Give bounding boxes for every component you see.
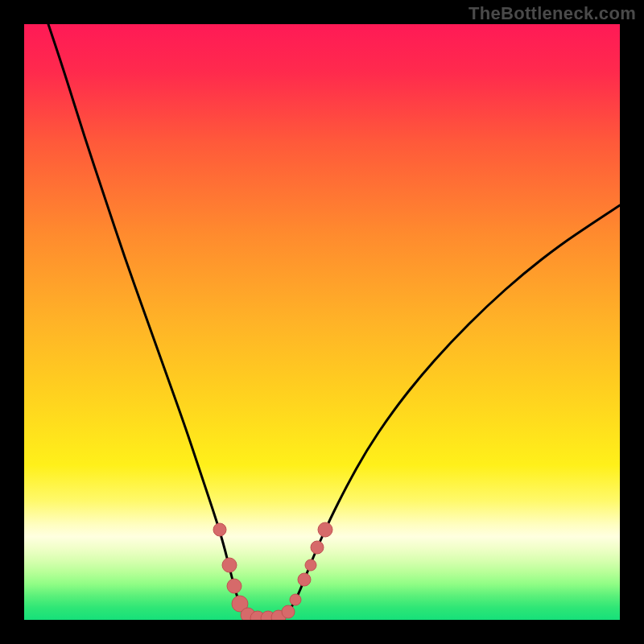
marker-dot — [290, 594, 301, 605]
marker-dot — [298, 573, 311, 586]
marker-dot — [311, 541, 324, 554]
watermark-text: TheBottleneck.com — [469, 3, 636, 24]
chart-frame: TheBottleneck.com — [0, 0, 644, 644]
curve-layer — [24, 24, 620, 620]
right-curve — [282, 205, 620, 620]
plot-area — [24, 24, 620, 620]
marker-dot — [222, 558, 237, 572]
marker-dot — [282, 605, 295, 618]
marker-dot — [213, 523, 226, 536]
marker-dot — [227, 579, 242, 593]
marker-dot — [318, 522, 332, 537]
marker-dot — [305, 559, 316, 571]
